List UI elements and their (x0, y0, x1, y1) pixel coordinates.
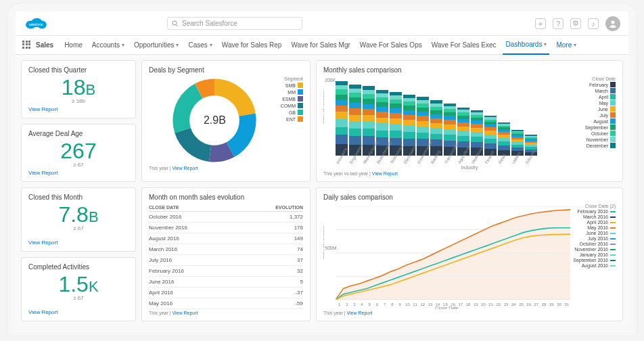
view-report-link[interactable]: View Report (372, 171, 398, 176)
table-row: August 2016149 (149, 233, 303, 244)
table-row: March 201674 (149, 244, 303, 255)
chevron-down-icon: ▾ (210, 42, 212, 48)
svg-point-6 (612, 20, 615, 24)
view-report-link[interactable]: View Report (28, 240, 129, 246)
view-report-link[interactable]: View Report (28, 106, 129, 112)
legend-item: January 2016 (573, 252, 616, 257)
chevron-down-icon: ▾ (574, 42, 576, 48)
chevron-down-icon: ▾ (122, 42, 124, 48)
left-col-2: Closed this Month 7.8B ≥ 67 View Report … (21, 187, 136, 321)
screen: salesforce Search Salesforce + ? ⚙ ♪ Sal… (16, 12, 628, 327)
y-axis-label: Sum of Amount (323, 227, 325, 259)
kpi-sub: ≥ 67 (28, 162, 129, 168)
view-report-link[interactable]: View Report (28, 170, 129, 176)
tab-dashboards[interactable]: Dashboards▾ (503, 36, 549, 55)
legend-item: ESMB (281, 96, 303, 101)
kpi-sub: ≥ 18b (28, 98, 129, 104)
svg-point-4 (172, 21, 177, 25)
salesforce-logo: salesforce (24, 16, 48, 32)
card-footer: This year | View Report (149, 311, 303, 315)
card-deals-by-segment: Deals by Segment 2.9B Segment SMBMMESMBC… (141, 60, 310, 182)
legend-item: June (585, 106, 616, 112)
card-footer: This year vs last year | View Report (323, 171, 616, 176)
card-title: Monthly sales comparison (323, 66, 616, 74)
tab-opportunities[interactable]: Opportunities▾ (131, 41, 181, 49)
tab-home[interactable]: Home (62, 41, 85, 49)
legend-item: October 2016 (573, 242, 616, 246)
view-report-link[interactable]: View Report (172, 166, 198, 170)
legend-header: Close Date (585, 76, 616, 81)
card-monthly-sales: Monthly sales comparison Sum of Amount 2… (316, 60, 623, 182)
legend-item: September (585, 124, 616, 130)
global-header: salesforce Search Salesforce + ? ⚙ ♪ (16, 12, 628, 36)
line-chart: Sum of Amount 500M Close Date 1234567891… (323, 204, 570, 309)
table-row: April 2016-37 (149, 288, 303, 298)
card-footer: This year | View Report (149, 166, 303, 170)
card-title: Deals by Segment (149, 66, 303, 74)
tab-more[interactable]: More▾ (553, 41, 579, 49)
gear-icon[interactable]: ⚙ (570, 18, 581, 29)
dashboard-grid: Closed this Quarter 18B ≥ 18b View Repor… (16, 55, 628, 327)
kpi-value: 18B (28, 76, 129, 98)
bar-column (336, 81, 348, 156)
stacked-legend: Close Date FebruaryMarchAprilMayJuneJuly… (585, 76, 616, 165)
card-closed-month: Closed this Month 7.8B ≥ 67 View Report (21, 187, 136, 252)
card-daily-sales: Daily sales comparison Sum of Amount 500… (316, 187, 623, 321)
search-icon (172, 20, 179, 27)
card-avg-deal-age: Average Deal Age 267 ≥ 67 View Report (21, 124, 136, 182)
legend-item: August 2016 (573, 263, 616, 268)
card-title: Average Deal Age (28, 130, 129, 137)
kpi-value: 267 (28, 140, 129, 162)
legend-header: Close Date (2) (573, 204, 616, 208)
global-search[interactable]: Search Salesforce (167, 17, 302, 30)
card-completed-activities: Completed Activities 1.5K ≥ 67 View Repo… (21, 257, 136, 321)
card-footer: This year | View Report (323, 311, 616, 315)
tab-wave-ops[interactable]: Wave For Sales Ops (357, 41, 425, 49)
legend-item: November (585, 137, 616, 142)
app-name: Sales (36, 41, 53, 49)
kpi-sub: ≥ 67 (28, 225, 129, 231)
x-axis-label: Industry (323, 165, 616, 170)
kpi-value: 7.8B (28, 204, 129, 225)
card-title: Completed Activities (28, 263, 129, 271)
avatar[interactable] (605, 16, 620, 31)
legend-header: Segment (281, 76, 303, 81)
legend-item: September 2016 (573, 258, 616, 263)
view-report-link[interactable]: View Report (172, 311, 198, 315)
card-sales-evolution: Month on month sales evolution CLOSE DAT… (141, 187, 310, 321)
legend-item: May 2016 (573, 225, 616, 230)
legend-item: May (585, 100, 616, 106)
tab-cases[interactable]: Cases▾ (185, 41, 214, 49)
legend-item: December (585, 143, 616, 148)
app-launcher-icon[interactable] (22, 41, 32, 50)
svg-line-5 (177, 24, 179, 26)
plus-icon[interactable]: + (535, 18, 546, 29)
legend-item: February (585, 82, 616, 87)
legend-item: SMB (281, 83, 303, 88)
legend-item: February 2016 (573, 209, 616, 214)
tab-accounts[interactable]: Accounts▾ (89, 41, 127, 49)
view-report-link[interactable]: View Report (347, 311, 373, 315)
tab-wave-exec[interactable]: Wave For Sales Exec (429, 41, 499, 49)
app-nav: Sales Home Accounts▾ Opportunities▾ Case… (16, 36, 628, 55)
legend-item: ENT (281, 116, 303, 122)
table-row: July 201637 (149, 255, 303, 266)
question-icon[interactable]: ? (553, 18, 564, 29)
evolution-table: CLOSE DATEEVOLUTION October 20161,372Nov… (149, 204, 303, 309)
legend-item: August (585, 118, 616, 124)
bar-column (484, 116, 497, 156)
tab-wave-mgr[interactable]: Wave for Sales Mgr (288, 41, 352, 49)
table-row: May 2016-59 (149, 298, 303, 309)
line-legend: Close Date (2) February 2016March 2016Ap… (573, 204, 616, 309)
bell-icon[interactable]: ♪ (588, 18, 599, 29)
table-row: October 20161,372 (149, 212, 303, 223)
table-row: June 20165 (149, 277, 303, 288)
svg-marker-14 (336, 210, 570, 300)
tab-wave-rep[interactable]: Wave for Sales Rep (219, 41, 285, 49)
kpi-sub: ≥ 67 (28, 295, 129, 301)
y-axis-label: Sum of Amount (323, 91, 325, 123)
table-row: November 2016178 (149, 223, 303, 233)
legend-item: MM (281, 89, 303, 95)
view-report-link[interactable]: View Report (28, 309, 129, 315)
legend-item: June 2016 (573, 231, 616, 235)
